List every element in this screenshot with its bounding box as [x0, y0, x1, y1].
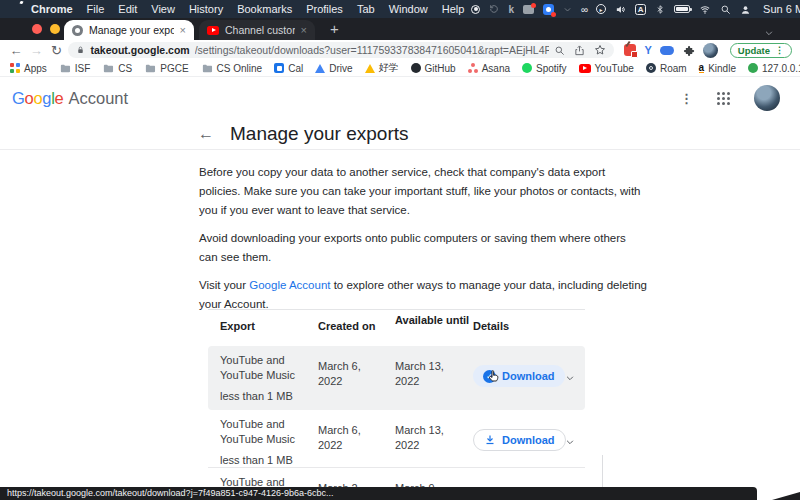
expand-row-chevron[interactable]: [565, 410, 585, 449]
input-source-icon[interactable]: A: [635, 4, 646, 15]
folder-icon: [201, 63, 213, 74]
extensions-puzzle-icon[interactable]: [682, 44, 695, 57]
bookmarks-bar: Apps ISF CS PGCE CS Online Cal Drive 好学 …: [0, 60, 800, 77]
export-name-cell: YouTube and YouTube Music less than 1 MB: [208, 346, 318, 404]
bookmark-folder-cs-online[interactable]: CS Online: [201, 63, 263, 74]
export-size: less than 1 MB: [220, 453, 318, 468]
account-avatar[interactable]: [754, 85, 780, 111]
bookmark-folder-cs[interactable]: CS: [102, 63, 132, 74]
available-until-cell: March 13,2022: [395, 410, 473, 453]
bookmark-roam[interactable]: Roam: [646, 63, 687, 74]
menu-item-window[interactable]: Window: [382, 3, 435, 15]
back-arrow-button[interactable]: ←: [198, 126, 214, 142]
extension-y-icon[interactable]: Y: [644, 44, 651, 56]
calendar-icon: [274, 63, 284, 73]
date-line2: 2022: [395, 439, 419, 451]
tab-manage-your-exports[interactable]: Manage your exports ×: [64, 20, 194, 40]
menu-bar-clock[interactable]: Sun 6 Mar 19:37: [763, 3, 800, 15]
close-window-button[interactable]: [32, 24, 42, 34]
google-apps-grid-icon[interactable]: [717, 92, 730, 105]
bookmark-star-icon[interactable]: [594, 44, 606, 56]
available-until-cell: March 13,2022: [395, 346, 473, 389]
minimize-window-button[interactable]: [50, 24, 60, 34]
bookmark-spotify[interactable]: Spotify: [522, 63, 567, 74]
google-logo[interactable]: Google: [12, 89, 63, 108]
bookmark-label: Spotify: [536, 63, 567, 74]
menu-item-view[interactable]: View: [144, 3, 182, 15]
forward-button[interactable]: →: [28, 43, 44, 58]
chrome-update-button[interactable]: Update ⋮: [730, 43, 792, 58]
menu-item-profiles[interactable]: Profiles: [299, 3, 350, 15]
reload-button[interactable]: ↻: [48, 43, 64, 58]
roam-icon: [646, 63, 656, 73]
new-tab-button[interactable]: +: [330, 21, 339, 37]
menu-item-edit[interactable]: Edit: [111, 3, 144, 15]
date-line2: 2022: [318, 439, 342, 451]
window-chevron-icon[interactable]: [764, 23, 774, 41]
close-tab-icon[interactable]: ×: [180, 24, 186, 36]
bookmark-label: 好学: [379, 61, 399, 75]
screen-record-icon[interactable]: [471, 5, 480, 14]
url-path: /settings/takeout/downloads?user=1117593…: [195, 44, 550, 56]
update-label: Update: [738, 45, 770, 56]
bookmark-haoxue[interactable]: 好学: [365, 61, 399, 75]
battery-icon[interactable]: [674, 5, 690, 13]
menu-item-bookmarks[interactable]: Bookmarks: [230, 3, 299, 15]
bookmark-folder-isf[interactable]: ISF: [59, 63, 91, 74]
chat-app-icon[interactable]: [543, 4, 554, 15]
camera-app-icon[interactable]: [523, 5, 534, 14]
paragraph-export-policies: Before you copy your data to another ser…: [199, 163, 647, 220]
spotlight-search-icon[interactable]: [720, 4, 731, 15]
takeout-favicon: [72, 25, 83, 36]
menu-item-chrome[interactable]: Chrome: [24, 3, 80, 15]
menu-item-file[interactable]: File: [80, 3, 112, 15]
google-account-link[interactable]: Google Account: [249, 279, 330, 291]
logo-letter: o: [33, 89, 42, 107]
more-options-icon[interactable]: ⋮: [680, 91, 693, 106]
chevron-down-icon[interactable]: [563, 5, 572, 14]
asana-icon: [468, 63, 478, 73]
expand-row-chevron[interactable]: [565, 346, 585, 385]
logo-letter: G: [12, 89, 25, 107]
menu-item-tab[interactable]: Tab: [350, 3, 382, 15]
close-tab-icon[interactable]: ×: [301, 24, 307, 36]
bookmark-github[interactable]: GitHub: [411, 63, 456, 74]
youtube-favicon: [207, 26, 219, 35]
page-title: Manage your exports: [230, 123, 409, 145]
bookmark-cal[interactable]: Cal: [274, 63, 303, 74]
user-switch-icon[interactable]: [740, 4, 751, 15]
bookmark-kindle[interactable]: aKindle: [699, 63, 736, 74]
product-name: Account: [68, 89, 128, 108]
bookmark-localhost[interactable]: 127.0.0.1:8000: [748, 63, 800, 74]
menu-item-history[interactable]: History: [182, 3, 230, 15]
redo-arrow-icon[interactable]: [489, 4, 499, 14]
keyboard-maestro-icon[interactable]: k: [508, 4, 514, 15]
wifi-icon[interactable]: [699, 4, 711, 15]
table-row: YouTube and YouTube Music less than 1 MB…: [208, 410, 585, 468]
menu-item-help[interactable]: Help: [435, 3, 472, 15]
glasses-icon[interactable]: ∞: [581, 4, 587, 15]
extension-pin-icon[interactable]: [624, 44, 636, 56]
tab-channel-customization[interactable]: Channel customization - YouTu ×: [199, 20, 315, 40]
volume-icon[interactable]: [615, 4, 626, 15]
bookmark-drive[interactable]: Drive: [315, 63, 352, 74]
bookmark-label: Asana: [482, 63, 510, 74]
download-button[interactable]: Download: [473, 429, 566, 451]
browser-profile-avatar[interactable]: [703, 43, 718, 58]
bookmark-label: Drive: [329, 63, 352, 74]
export-name-line2: YouTube Music: [220, 369, 295, 381]
zoom-page-icon[interactable]: [554, 45, 565, 56]
bookmark-folder-pgce[interactable]: PGCE: [144, 63, 188, 74]
omnibox[interactable]: takeout.google.com /settings/takeout/dow…: [68, 42, 614, 58]
tab-title: Manage your exports: [89, 24, 174, 36]
export-name-cell: YouTube and YouTube Music less than 1 MB: [208, 410, 318, 468]
google-account-header: Google Account ⋮: [0, 78, 800, 118]
bluetooth-icon[interactable]: [655, 4, 665, 15]
bookmark-asana[interactable]: Asana: [468, 63, 510, 74]
share-icon[interactable]: [574, 45, 585, 56]
play-circle-icon[interactable]: ▸: [596, 4, 606, 14]
back-button[interactable]: ←: [8, 43, 24, 58]
extension-pill-icon[interactable]: [660, 46, 674, 55]
bookmark-apps[interactable]: Apps: [10, 63, 47, 74]
bookmark-youtube[interactable]: YouTube: [579, 63, 634, 74]
